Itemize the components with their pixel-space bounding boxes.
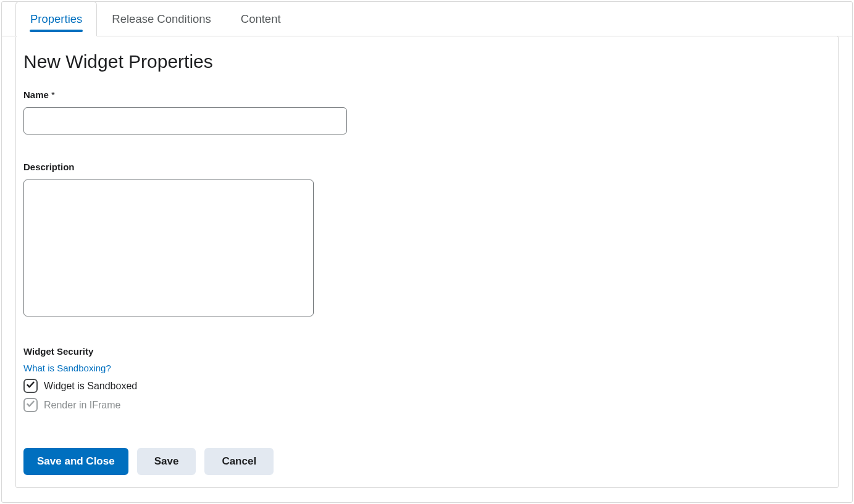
properties-panel: New Widget Properties Name * Description… [15, 36, 839, 488]
sandboxed-label: Widget is Sandboxed [44, 381, 137, 392]
tab-release-conditions[interactable]: Release Conditions [97, 1, 225, 36]
tab-bar: Properties Release Conditions Content [2, 1, 852, 36]
iframe-label: Render in IFrame [44, 400, 121, 411]
save-and-close-button[interactable]: Save and Close [23, 448, 128, 475]
iframe-checkbox [23, 398, 38, 412]
page-container: Properties Release Conditions Content Ne… [1, 1, 853, 503]
tab-properties[interactable]: Properties [15, 1, 97, 36]
name-label: Name * [23, 89, 831, 100]
description-textarea[interactable] [23, 180, 314, 316]
description-label: Description [23, 162, 831, 172]
required-marker: * [51, 89, 55, 100]
name-label-text: Name [23, 89, 49, 100]
save-button[interactable]: Save [137, 448, 196, 475]
sandboxing-help-link[interactable]: What is Sandboxing? [23, 363, 111, 373]
checkmark-icon [26, 399, 35, 411]
sandboxed-checkbox[interactable] [23, 379, 38, 393]
page-title: New Widget Properties [23, 51, 831, 72]
sandboxed-row: Widget is Sandboxed [23, 379, 831, 393]
tab-content[interactable]: Content [226, 1, 296, 36]
cancel-button[interactable]: Cancel [204, 448, 274, 475]
name-input[interactable] [23, 107, 347, 134]
iframe-row: Render in IFrame [23, 398, 831, 412]
tabs-filler [296, 1, 852, 36]
button-bar: Save and Close Save Cancel [23, 448, 831, 475]
widget-security-title: Widget Security [23, 346, 831, 357]
checkmark-icon [26, 380, 35, 392]
